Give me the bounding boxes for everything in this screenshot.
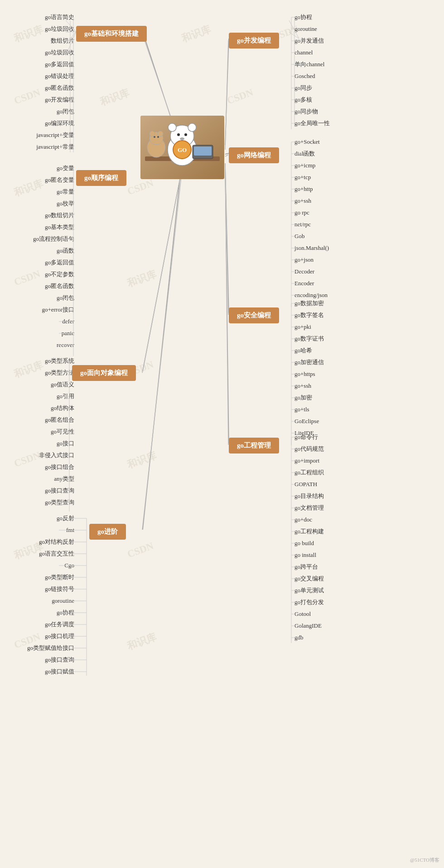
item-go-array-slice2: go数组切片 (4, 210, 74, 221)
category-engineering: go工程管理 (229, 438, 279, 454)
item-go-unit-test: go单元测试 (294, 585, 439, 596)
item-go-type-assert: go类型断时 (4, 571, 74, 583)
watermark-17: CSDN (125, 540, 155, 561)
item-go-socket: go+Socket (294, 136, 439, 148)
category-sequential: go顺序编程 (76, 170, 126, 186)
item-go-https: go+https (294, 368, 439, 380)
item-go-func: go函数 (4, 245, 74, 257)
item-go-tcp: go+tcp (294, 171, 439, 183)
left-items-advanced: go反射 fmt go对结构反射 go语言交互性 Cgo go类型断时 go链接… (4, 512, 74, 678)
item-go-anon-func2: go匿名函数 (4, 280, 74, 292)
svg-line-3 (143, 179, 180, 530)
item-panic: panic (4, 327, 74, 339)
item-go-enum: go枚举 (4, 198, 74, 210)
item-go-multi-return1: go多返回值 (4, 59, 74, 70)
category-basics: go基础和环境搭建 (76, 26, 147, 42)
item-go-anon-func1: go匿名函数 (4, 82, 74, 94)
item-go-dev-prog: go开发编程 (4, 94, 74, 106)
item-go-project-org: go工程组织 (294, 467, 439, 478)
svg-point-32 (158, 131, 163, 137)
svg-line-41 (225, 163, 228, 315)
item-go-icmp: go+icmp (294, 160, 439, 171)
item-go-encrypt: go加密 (294, 392, 439, 404)
item-go-visibility: go可见性 (4, 426, 74, 438)
item-go-closure2: go闭包 (4, 292, 74, 304)
watermark-15: 和识库 (125, 449, 158, 472)
item-go-dir-structure: go目录结构 (294, 490, 439, 502)
item-go-closure1: go闭包 (4, 106, 74, 117)
item-go-interface-assign: go接口赋值 (4, 666, 74, 678)
item-go-install: go install (294, 549, 439, 561)
left-items-sequential: go变量 go匿名变量 go常量 go枚举 go数组切片 go基本类型 go流程… (4, 162, 74, 351)
item-go-lang-interop: go语言交互性 (4, 548, 74, 560)
item-go-error-interface: go+error接口 (4, 304, 74, 316)
item-json-marshal: json.Marshal() (294, 242, 439, 254)
item-any-type: any类型 (4, 473, 74, 485)
item-recover: recover (4, 339, 74, 351)
svg-line-39 (225, 40, 228, 150)
right-items-security: go数据加密 go数字签名 go+pki go数字证书 go哈希 go加密通信 … (294, 297, 439, 439)
item-fmt: fmt (4, 524, 74, 536)
item-gob: Gob (294, 230, 439, 242)
watermark-19: 和识库 (125, 630, 158, 653)
svg-point-24 (180, 137, 184, 140)
item-one-way-channel: 单向channel (294, 59, 439, 70)
item-js-var: javascript+变量 (4, 129, 74, 141)
item-go-cmd: go命令行 (294, 431, 439, 443)
item-go-doc-mgmt: go文档管理 (294, 502, 439, 514)
item-go-anon-var: go匿名变量 (4, 174, 74, 186)
item-go-var: go变量 (4, 162, 74, 174)
item-array-slice1: 数组切片 (4, 35, 74, 47)
item-go-global-unique: go全局唯一性 (294, 117, 439, 129)
category-oop: go面向对象编程 (72, 365, 136, 381)
svg-line-4 (225, 39, 229, 145)
item-gotool: Gotool (294, 608, 439, 620)
item-go-interface-combo: go接口组合 (4, 461, 74, 473)
item-go-http: go+http (294, 183, 439, 195)
item-gdb: gdb (294, 632, 439, 644)
item-go-sync: go同步 (294, 82, 439, 94)
watermark-9: CSDN (125, 177, 155, 198)
item-go-rpc: go rpc (294, 207, 439, 219)
item-go-coroutine2: go协程 (4, 607, 74, 619)
svg-point-34 (157, 136, 159, 138)
item-go-reflect: go反射 (4, 512, 74, 524)
item-go-concurrent-comm: go并发通信 (294, 35, 439, 47)
svg-line-38 (142, 177, 181, 530)
item-go-type-assign-iface: go类型赋值给接口 (4, 642, 74, 654)
item-go-task-sched: go任务调度 (4, 619, 74, 630)
item-go-doc: go+doc (294, 514, 439, 526)
item-go-interface-mech: go接口机理 (4, 630, 74, 642)
left-items-oop: go类型系统 go类型方法 go值语义 go引用 go结构体 go匿名组合 go… (4, 355, 74, 508)
item-go-project-build: go工程构建 (294, 526, 439, 537)
item-gopath: GOPATH (294, 478, 439, 490)
svg-point-20 (168, 123, 176, 132)
right-items-engineering: go命令行 go代码规范 go+import go工程组织 GOPATH go目… (294, 431, 439, 644)
item-go-gc1: go垃圾回收 (4, 23, 74, 35)
svg-line-5 (225, 153, 229, 154)
item-go-encrypted-comm: go加密通信 (294, 356, 439, 368)
category-security: go安全编程 (229, 307, 279, 323)
svg-point-33 (154, 136, 155, 138)
item-go-type-system: go类型系统 (4, 355, 74, 367)
item-go-language-history: go语言简史 (4, 11, 74, 23)
item-go-deep-env: go编深环境 (4, 117, 74, 129)
item-go-coroutine1: go协程 (294, 11, 439, 23)
item-go-cross-compile: go交叉编程 (294, 573, 439, 585)
item-go-ssh1: go+ssh (294, 195, 439, 207)
svg-point-31 (150, 131, 155, 137)
item-go-cross-platform: go跨平台 (294, 561, 439, 573)
item-go-pki: go+pki (294, 321, 439, 333)
item-go-struct: go结构体 (4, 402, 74, 414)
item-channel: channel (294, 47, 439, 59)
item-go-type-method: go类型方法 (4, 367, 74, 379)
item-go-reference: go引用 (4, 390, 74, 402)
item-defer: defer (4, 316, 74, 327)
item-go-digital-sign: go数字签名 (294, 309, 439, 321)
item-go-struct-reflect: go对结构反射 (4, 536, 74, 548)
item-go-anon-composite: go匿名组合 (4, 414, 74, 426)
item-go-data-encrypt: go数据加密 (294, 297, 439, 309)
item-go-interface-query2: go接口查询 (4, 654, 74, 666)
item-go-import: go+import (294, 455, 439, 467)
go-mascot-image: GO (140, 116, 224, 179)
